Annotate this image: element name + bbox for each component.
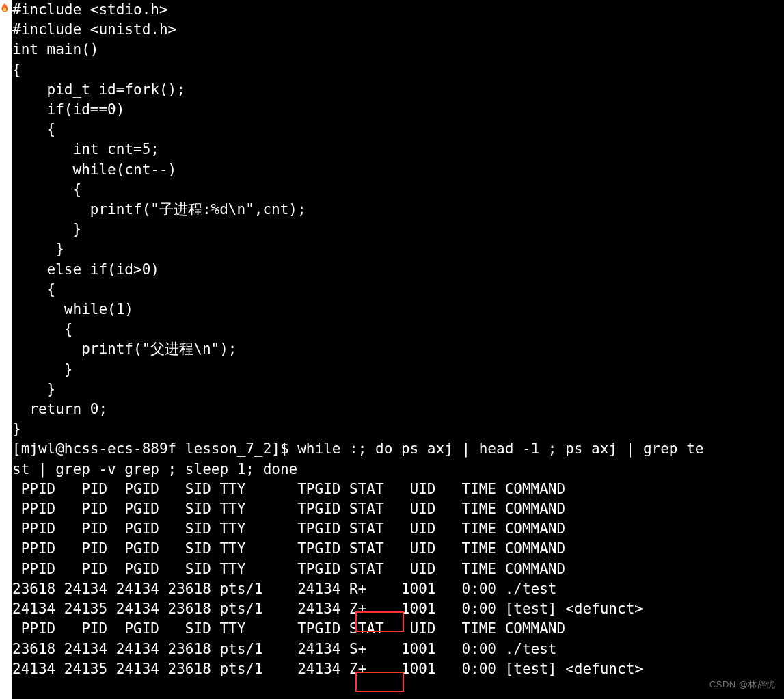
code-line-22: } [12,419,784,439]
shell-command-line-1: [mjwl@hcss-ecs-889f lesson_7_2]$ while :… [12,439,784,459]
ps-output-line-0: PPID PID PGID SID TTY TPGID STAT UID TIM… [12,479,784,499]
code-line-20: } [12,380,784,399]
code-line-14: else if(id>0) [12,260,784,280]
ps-output-line-6: 24134 24135 24134 23618 pts/1 24134 Z+ 1… [12,599,784,619]
code-line-16: while(1) [12,300,784,319]
code-line-13: } [12,239,784,259]
shell-command-line-2: st | grep -v grep ; sleep 1; done [12,460,784,479]
code-line-21: return 0; [12,399,784,419]
code-line-6: if(id==0) [12,100,784,120]
ps-output-line-5: 23618 24134 24134 23618 pts/1 24134 R+ 1… [12,579,784,599]
code-line-19: } [12,360,784,380]
code-line-15: { [12,280,784,300]
code-line-17: { [12,319,784,339]
code-line-3: int main() [12,40,784,60]
code-line-4: { [12,60,784,80]
code-line-9: while(cnt--) [12,160,784,180]
code-line-10: { [12,180,784,200]
ps-output-line-2: PPID PID PGID SID TTY TPGID STAT UID TIM… [12,519,784,539]
code-line-12: } [12,220,784,239]
ps-output-line-3: PPID PID PGID SID TTY TPGID STAT UID TIM… [12,539,784,559]
code-line-8: int cnt=5; [12,140,784,159]
code-line-1: #include <unistd.h> [12,20,784,40]
code-line-7: { [12,120,784,140]
ps-output-line-4: PPID PID PGID SID TTY TPGID STAT UID TIM… [12,559,784,579]
ps-output-line-9: 24134 24135 24134 23618 pts/1 24134 Z+ 1… [12,659,784,679]
code-line-11: printf("子进程:%d\n",cnt); [12,200,784,220]
left-margin-strip [0,0,12,699]
code-line-18: printf("父进程\n"); [12,339,784,359]
code-line-5: pid_t id=fork(); [12,80,784,100]
ps-output-line-1: PPID PID PGID SID TTY TPGID STAT UID TIM… [12,499,784,519]
terminal-window[interactable]: #include <stdio.h>#include <unistd.h>int… [12,0,784,699]
ps-output-line-8: 23618 24134 24134 23618 pts/1 24134 S+ 1… [12,639,784,659]
ps-output-line-7: PPID PID PGID SID TTY TPGID STAT UID TIM… [12,619,784,639]
code-line-0: #include <stdio.h> [12,0,784,20]
